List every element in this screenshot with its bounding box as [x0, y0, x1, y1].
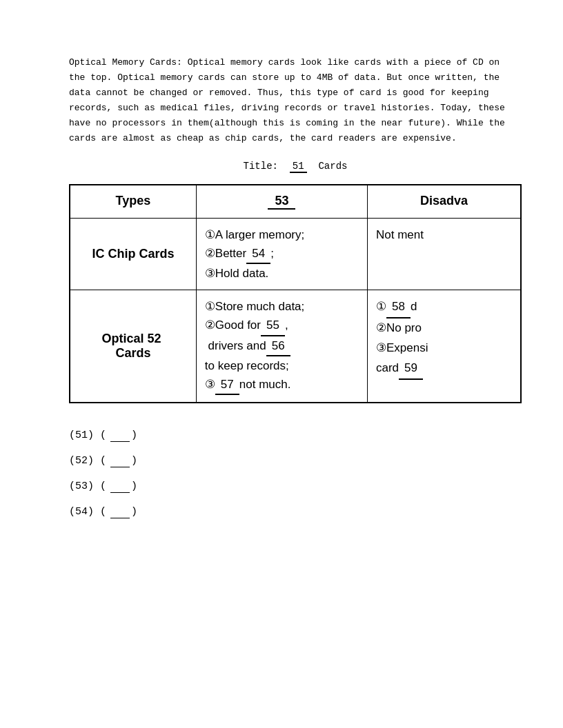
table-row-optical: Optical 52 Cards ①Store much data; ②Good…: [70, 290, 521, 403]
answer-close-51: ): [131, 424, 137, 447]
answer-blank-53: [110, 481, 130, 493]
answer-close-54: ): [131, 501, 137, 523]
header-advantages: 53: [196, 185, 367, 218]
answer-line-52: (52) ( ): [69, 449, 522, 472]
ic-disadvantages-cell: Not ment: [367, 218, 520, 290]
answer-num-54: (54) (: [69, 501, 106, 523]
title-label: Title:: [244, 161, 278, 172]
answer-num-51: (51) (: [69, 424, 106, 447]
header-types: Types: [70, 185, 197, 218]
title-line: Title: 51 Cards: [69, 161, 522, 173]
table-header-row: Types 53 Disadva: [70, 185, 521, 218]
optical-type-cell: Optical 52 Cards: [70, 290, 197, 403]
answer-close-52: ): [131, 449, 137, 472]
answer-line-54: (54) ( ): [69, 501, 522, 523]
table-row-ic: IC Chip Cards ①A larger memory; ②Better …: [70, 218, 521, 290]
answer-close-53: ): [131, 475, 137, 498]
ic-type-cell: IC Chip Cards: [70, 218, 197, 290]
header-disadvantages: Disadva: [367, 185, 520, 218]
ic-advantages-cell: ①A larger memory; ②Better 54 ; ③Hold dat…: [196, 218, 367, 290]
answer-line-53: (53) ( ): [69, 475, 522, 498]
answer-blank-54: [110, 506, 130, 518]
title-suffix: Cards: [318, 161, 347, 172]
optical-advantages-cell: ①Store much data; ②Good for 55 , drivers…: [196, 290, 367, 403]
answer-blank-51: [110, 429, 130, 442]
main-table: Types 53 Disadva IC Chip Cards ①A larger…: [70, 185, 521, 403]
answer-blank-52: [110, 455, 130, 467]
answer-section: (51) ( ) (52) ( ) (53) ( ) (54) ( ): [69, 424, 522, 523]
passage: Optical Memory Cards: Optical memory car…: [69, 55, 522, 147]
table-wrapper: Types 53 Disadva IC Chip Cards ①A larger…: [69, 184, 522, 404]
answer-num-52: (52) (: [69, 449, 106, 472]
answer-line-51: (51) ( ): [69, 424, 522, 447]
optical-disadvantages-cell: ① 58 d ②No pro ③Expensi card 59: [367, 290, 520, 403]
answer-num-53: (53) (: [69, 475, 106, 498]
title-blank: 51: [284, 161, 318, 172]
